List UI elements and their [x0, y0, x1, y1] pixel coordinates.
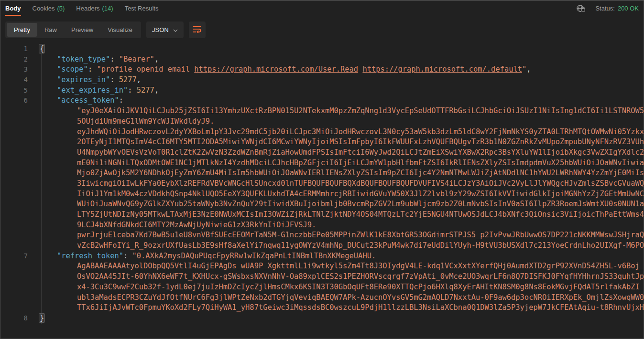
line-number: 6: [0, 95, 28, 106]
code-token: Mjo0ZjAwOjk5M2Y6NDhkOjEyZmY6ZmU4MiIsIm5h…: [77, 169, 644, 177]
scope-url-link[interactable]: https://graph.microsoft.com/.default: [362, 65, 522, 74]
code-line: ubl3aMadsECPR3CZuYdJfOtfNUrC6Fg3jlWPtZeN…: [0, 293, 644, 303]
code-token: OsVO2AA45JIt-60YhNX6eWF7t_KXHUcx-gSWsbxs…: [77, 272, 644, 281]
code-token: "ext_expires_in": [57, 86, 128, 95]
code-token: vZcB2wHFoIYi_R_9ozxrUXfUasLb3E9sHf8aXelY…: [77, 241, 644, 250]
code-line: "eyJ0eXAiOiJKV1QiLCJub25jZSI6Ii13YmhzUXc…: [0, 106, 644, 117]
code-token: 9LCJ4bXNfdGNkdCI6MTY2MzAwNjUyNiwieG1zX3R…: [77, 221, 316, 229]
line-number: [0, 230, 28, 241]
body-toolbar: Pretty Raw Preview Visualize JSON: [0, 16, 644, 43]
line-number: 5: [0, 85, 28, 96]
code-line: 2"token_type": "Bearer",: [0, 54, 644, 65]
line-number: [0, 272, 28, 282]
code-token: :: [119, 96, 123, 105]
code-token: 5277: [119, 75, 137, 84]
code-line: AgABAAEAAAAtyolDObpQQ5VtlI4uGjEPAgDs_wUA…: [0, 261, 644, 272]
code-token: "profile openid email: [97, 65, 194, 74]
line-number: [0, 210, 28, 220]
wrap-lines-button[interactable]: [189, 21, 206, 38]
line-number: [0, 137, 28, 148]
code-line: 3"scope": "profile openid email https://…: [0, 64, 644, 75]
tab-cookies-count: (5): [57, 5, 65, 12]
line-number: [0, 117, 28, 127]
line-number: [0, 261, 28, 272]
line-number: 8: [0, 313, 28, 324]
code-token: [358, 65, 362, 74]
line-number: 1: [0, 44, 28, 54]
code-token: ,: [526, 65, 531, 74]
code-line: 5OUjdiUm9meG1lWm9YcWJIWkdldyJ9.: [0, 117, 644, 127]
tab-test-results[interactable]: Test Results: [125, 0, 159, 16]
line-number: 4: [0, 75, 28, 85]
code-token: :: [110, 55, 119, 64]
code-line: pwrJrjuElceba7Kd7BwB5u1eU8vnVBfSUEcEEOMr…: [0, 230, 644, 241]
code-line: TTx6JiIjAJvWTc0FpmuYKoXd2FLy7QiHyWA1_yH8…: [0, 303, 644, 313]
tab-headers[interactable]: Headers (14): [76, 0, 113, 16]
view-visualize-button[interactable]: Visualize: [100, 23, 140, 37]
tab-test-results-label: Test Results: [125, 5, 159, 12]
chevron-down-icon: [173, 26, 178, 33]
code-token: "eyJ0eXAiOiJKV1QiLCJub25jZSI6Ii13YmhzUXc…: [77, 106, 644, 115]
view-raw-button[interactable]: Raw: [37, 23, 64, 37]
code-token: IiOiJ1Ym1kM0w4czVDdkhQSnp4NklUQO5EeXY3QU…: [77, 190, 644, 198]
code-token: ": [522, 65, 526, 74]
format-dropdown-value: JSON: [152, 26, 169, 33]
line-number: [0, 293, 28, 303]
tab-headers-count: (14): [102, 5, 113, 12]
code-line: 7"refresh_token": "0.AXkA2mysDAQuPUqcFpy…: [0, 251, 644, 262]
code-token: :: [128, 86, 137, 95]
line-number: 7: [0, 251, 28, 262]
code-line: 8}: [0, 313, 644, 324]
code-line: 6"access_token":: [0, 95, 644, 106]
code-token: WUiOiJuaWNvQG9yZGlkZXYub25taWNyb3NvZnQuY…: [77, 200, 644, 208]
code-line: 9LCJ4bXNfdGNkdCI6MTY2MzAwNjUyNiwieG1zX3R…: [0, 220, 644, 231]
code-line: 2OTEyNjI1MTQsImV4cCI6MTY5MTI2ODA5MiwiYWN…: [0, 137, 644, 148]
code-token: TTx6JiIjAJvWTc0FpmuYKoXd2FLy7QiHyWA1_yH8…: [77, 303, 644, 312]
code-token: ,: [137, 75, 141, 84]
line-number: [0, 220, 28, 231]
line-number: [0, 106, 28, 117]
line-number: [0, 199, 28, 210]
view-pretty-button[interactable]: Pretty: [7, 23, 37, 37]
code-line: LTY5ZjUtNDIzNy05MTkwLTAxMjE3NzE0NWUxMCIs…: [0, 210, 644, 220]
code-token: AgABAAEAAAAtyolDObpQQ5VtlI4uGjEPAgDs_wUA…: [77, 262, 644, 270]
code-token: 3IiwicmgiOiIwLkFYa0EybXlzREFRdVBVcWNGcHl…: [77, 179, 644, 188]
code-line: WUiOiJuaWNvQG9yZGlkZXYub25taWNyb3NvZnQuY…: [0, 199, 644, 210]
code-line: 5"ext_expires_in": 5277,: [0, 85, 644, 96]
code-token: 5OUjdiUm9meG1lWm9YcWJIWkdldyJ9.: [77, 117, 214, 126]
line-number: 3: [0, 64, 28, 75]
code-line: eyJhdWQiOiJodHRwczovL2dyYXBoLm1pY3Jvc29m…: [0, 127, 644, 138]
code-line: IiOiJ1Ym1kM0w4czVDdkhQSnp4NklUQO5EeXY3QU…: [0, 189, 644, 200]
line-number: [0, 189, 28, 200]
scope-url-link[interactable]: https://graph.microsoft.com/User.Read: [194, 65, 358, 74]
code-line: mE0Ni1iNGNiLTQxODMtOWE1NC1jMTlkNzI4YzdhM…: [0, 158, 644, 169]
code-line: 4"expires_in": 5277,: [0, 75, 644, 85]
code-token: :: [123, 252, 132, 260]
status-label: Status:: [595, 5, 614, 12]
view-preview-button[interactable]: Preview: [64, 23, 100, 37]
response-body-editor[interactable]: 1{2"token_type": "Bearer",3"scope": "pro…: [0, 43, 644, 324]
line-number: [0, 179, 28, 189]
code-token: eyJhdWQiOiJodHRwczovL2dyYXBoLm1pY3Jvc29m…: [77, 127, 644, 136]
code-token: "0.AXkA2mysDAQuPUqcFpyRRw1wIkZqaPnLtINBm…: [132, 252, 376, 260]
view-switcher: Pretty Raw Preview Visualize: [5, 21, 141, 38]
format-dropdown[interactable]: JSON: [146, 21, 184, 38]
line-number: 2: [0, 54, 28, 65]
code-token: U4NmpybWYvOEVsVzVoT0R1clZtK2ZwVzN3ZzdWZn…: [77, 148, 644, 157]
code-token: {: [39, 44, 44, 53]
code-line: U4NmpybWYvOEVsVzVoT0R1clZtK2ZwVzN3ZzdWZn…: [0, 148, 644, 158]
code-line: x4-3Cu3C9wwF2Cub32f-1ydL0ej7juIzHmDZcIyc…: [0, 282, 644, 293]
tab-body[interactable]: Body: [5, 0, 21, 16]
code-token: "Bearer": [119, 55, 154, 64]
code-token: :: [88, 65, 97, 74]
code-token: x4-3Cu3C9wwF2Cub32f-1ydL0ej7juIzHmDZcIyc…: [77, 283, 644, 291]
code-line: OsVO2AA45JIt-60YhNX6eWF7t_KXHUcx-gSWsbxs…: [0, 272, 644, 282]
tab-body-label: Body: [5, 5, 21, 12]
code-token: "scope": [57, 65, 88, 74]
tab-cookies-label: Cookies: [33, 5, 55, 12]
tab-cookies[interactable]: Cookies (5): [33, 0, 65, 16]
globe-lock-icon[interactable]: [576, 4, 587, 12]
code-token: "refresh_token": [57, 252, 123, 260]
status-zone: Status: 200 OK: [576, 0, 639, 16]
line-number: [0, 282, 28, 293]
